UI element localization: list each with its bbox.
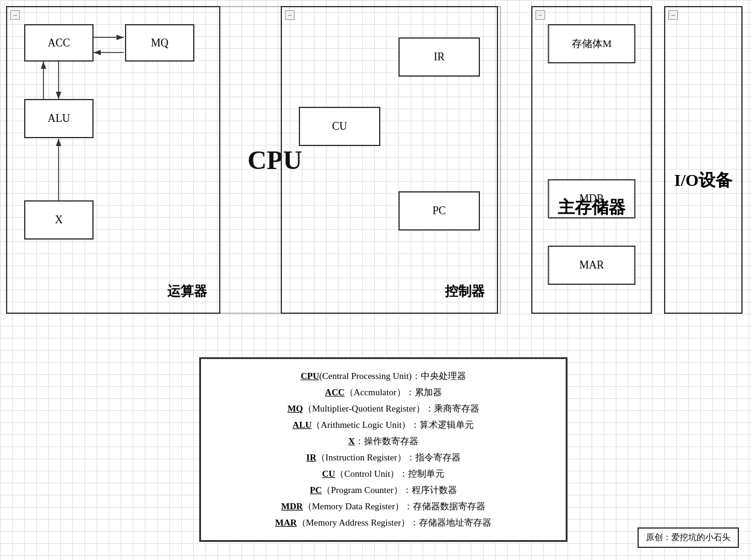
legend-mdr: MDR（Memory Data Register）：存储器数据寄存器 — [213, 498, 554, 515]
alu-section-box: － ACC MQ ALU X 运算器 — [6, 6, 220, 314]
alu-label: ALU — [48, 112, 70, 125]
pc-label: PC — [432, 205, 446, 217]
cu-label: CU — [332, 120, 347, 133]
memory-m-label: 存储体M — [572, 37, 612, 51]
main-container: － － ACC MQ ALU X 运算器 — [0, 0, 751, 560]
acc-box: ACC — [24, 24, 94, 62]
legend-pc-abbr: PC — [310, 485, 322, 495]
ir-box: IR — [398, 37, 480, 77]
legend-cpu-abbr: CPU — [301, 371, 319, 381]
controller-section-label: 控制器 — [445, 282, 485, 301]
legend-acc-abbr: ACC — [325, 387, 345, 397]
legend-mq-abbr: MQ — [287, 404, 303, 413]
memory-section-label: 主存储器 — [558, 196, 625, 219]
legend-mq: MQ（Multiplier-Quotient Register）：乘商寄存器 — [213, 401, 554, 417]
mar-box: MAR — [548, 246, 636, 285]
legend-x: X：操作数寄存器 — [213, 433, 554, 450]
legend-cu-abbr: CU — [322, 469, 336, 479]
ir-label: IR — [434, 51, 445, 63]
legend-mar: MAR（Memory Address Register）：存储器地址寄存器 — [213, 515, 554, 531]
legend-alu: ALU（Arithmetic Logic Unit）：算术逻辑单元 — [213, 417, 554, 433]
controller-section-box: － IR CU PC 控制器 — [281, 6, 498, 314]
pc-box: PC — [398, 191, 480, 231]
x-box: X — [24, 200, 94, 240]
legend-ir: IR（Instruction Register）：指令寄存器 — [213, 450, 554, 466]
mem-collapse-icon[interactable]: － — [535, 10, 545, 20]
io-collapse-icon[interactable]: － — [668, 10, 678, 20]
legend-mar-abbr: MAR — [275, 518, 297, 527]
credit-box: 原创：爱挖坑的小石头 — [638, 527, 739, 548]
ctrl-collapse-icon[interactable]: － — [285, 10, 295, 20]
credit-text: 原创：爱挖坑的小石头 — [646, 533, 730, 542]
x-label: X — [55, 214, 63, 226]
mar-label: MAR — [579, 259, 604, 272]
mq-label: MQ — [151, 37, 168, 49]
cu-box: CU — [299, 107, 380, 146]
legend-box: CPU(Central Processing Unit)：中央处理器 ACC（A… — [199, 357, 567, 542]
legend-x-abbr: X — [348, 436, 355, 446]
legend-mdr-abbr: MDR — [281, 501, 303, 511]
alu-section-label: 运算器 — [167, 282, 207, 301]
alu-box-inner: ALU — [24, 99, 94, 138]
memory-m-box: 存储体M — [548, 24, 636, 63]
legend-alu-abbr: ALU — [293, 420, 312, 430]
legend-cu: CU（Control Unit）：控制单元 — [213, 466, 554, 482]
io-section-box: － I/O设备 — [664, 6, 743, 314]
mq-box: MQ — [125, 24, 194, 62]
legend-cpu: CPU(Central Processing Unit)：中央处理器 — [213, 368, 554, 384]
acc-label: ACC — [48, 37, 70, 49]
legend-acc: ACC（Accmulator）：累加器 — [213, 384, 554, 401]
memory-section-box: － 存储体M MDR MAR 主存储器 — [531, 6, 652, 314]
legend-ir-abbr: IR — [306, 453, 316, 462]
diagram-area: － － ACC MQ ALU X 运算器 — [6, 6, 743, 320]
io-section-label: I/O设备 — [674, 169, 732, 192]
alu-collapse-icon[interactable]: － — [10, 10, 20, 20]
legend-pc: PC（Program Counter）：程序计数器 — [213, 482, 554, 498]
